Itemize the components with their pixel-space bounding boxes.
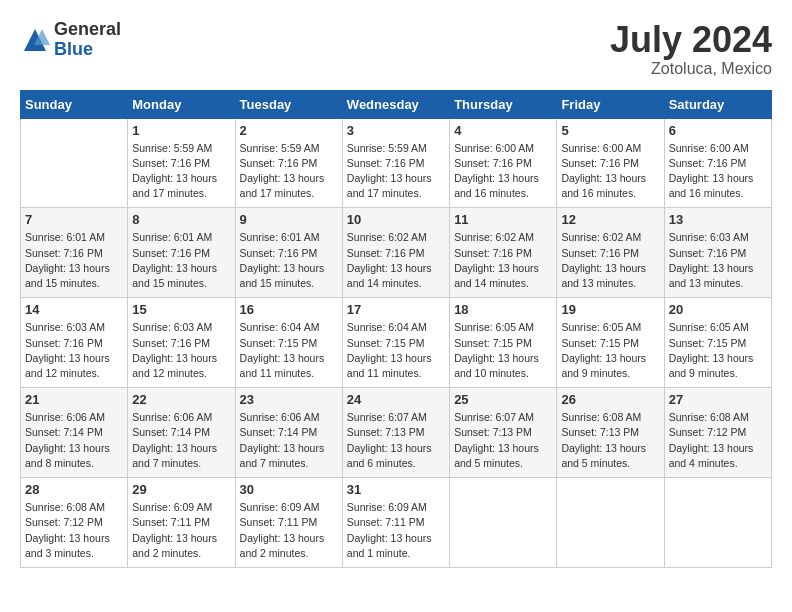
calendar-cell: 5Sunrise: 6:00 AMSunset: 7:16 PMDaylight… (557, 118, 664, 208)
day-number: 13 (669, 212, 767, 227)
calendar-cell: 9Sunrise: 6:01 AMSunset: 7:16 PMDaylight… (235, 208, 342, 298)
day-info: Sunrise: 5:59 AMSunset: 7:16 PMDaylight:… (132, 141, 230, 202)
day-number: 11 (454, 212, 552, 227)
calendar-header: SundayMondayTuesdayWednesdayThursdayFrid… (21, 90, 772, 118)
day-info: Sunrise: 6:05 AMSunset: 7:15 PMDaylight:… (454, 320, 552, 381)
calendar-cell: 20Sunrise: 6:05 AMSunset: 7:15 PMDayligh… (664, 298, 771, 388)
day-info: Sunrise: 6:06 AMSunset: 7:14 PMDaylight:… (240, 410, 338, 471)
day-info: Sunrise: 6:05 AMSunset: 7:15 PMDaylight:… (669, 320, 767, 381)
calendar-cell: 8Sunrise: 6:01 AMSunset: 7:16 PMDaylight… (128, 208, 235, 298)
day-info: Sunrise: 6:01 AMSunset: 7:16 PMDaylight:… (25, 230, 123, 291)
day-info: Sunrise: 6:00 AMSunset: 7:16 PMDaylight:… (454, 141, 552, 202)
day-info: Sunrise: 6:06 AMSunset: 7:14 PMDaylight:… (25, 410, 123, 471)
day-number: 3 (347, 123, 445, 138)
day-number: 31 (347, 482, 445, 497)
calendar-cell: 11Sunrise: 6:02 AMSunset: 7:16 PMDayligh… (450, 208, 557, 298)
calendar-cell (21, 118, 128, 208)
day-info: Sunrise: 6:04 AMSunset: 7:15 PMDaylight:… (240, 320, 338, 381)
day-info: Sunrise: 6:07 AMSunset: 7:13 PMDaylight:… (347, 410, 445, 471)
day-number: 24 (347, 392, 445, 407)
day-number: 10 (347, 212, 445, 227)
day-info: Sunrise: 6:02 AMSunset: 7:16 PMDaylight:… (347, 230, 445, 291)
location: Zotoluca, Mexico (610, 60, 772, 78)
day-number: 15 (132, 302, 230, 317)
calendar-cell: 24Sunrise: 6:07 AMSunset: 7:13 PMDayligh… (342, 388, 449, 478)
day-info: Sunrise: 6:03 AMSunset: 7:16 PMDaylight:… (669, 230, 767, 291)
day-number: 12 (561, 212, 659, 227)
calendar-body: 1Sunrise: 5:59 AMSunset: 7:16 PMDaylight… (21, 118, 772, 567)
day-info: Sunrise: 5:59 AMSunset: 7:16 PMDaylight:… (240, 141, 338, 202)
day-info: Sunrise: 6:02 AMSunset: 7:16 PMDaylight:… (454, 230, 552, 291)
weekday-header-row: SundayMondayTuesdayWednesdayThursdayFrid… (21, 90, 772, 118)
day-number: 1 (132, 123, 230, 138)
logo-icon (20, 25, 50, 55)
calendar-cell (557, 478, 664, 568)
calendar-cell: 28Sunrise: 6:08 AMSunset: 7:12 PMDayligh… (21, 478, 128, 568)
calendar-cell: 10Sunrise: 6:02 AMSunset: 7:16 PMDayligh… (342, 208, 449, 298)
day-number: 22 (132, 392, 230, 407)
calendar-cell: 17Sunrise: 6:04 AMSunset: 7:15 PMDayligh… (342, 298, 449, 388)
day-number: 7 (25, 212, 123, 227)
calendar-cell: 18Sunrise: 6:05 AMSunset: 7:15 PMDayligh… (450, 298, 557, 388)
weekday-header-saturday: Saturday (664, 90, 771, 118)
day-info: Sunrise: 6:08 AMSunset: 7:12 PMDaylight:… (669, 410, 767, 471)
day-number: 8 (132, 212, 230, 227)
calendar-week-5: 28Sunrise: 6:08 AMSunset: 7:12 PMDayligh… (21, 478, 772, 568)
calendar-cell: 3Sunrise: 5:59 AMSunset: 7:16 PMDaylight… (342, 118, 449, 208)
day-number: 27 (669, 392, 767, 407)
weekday-header-sunday: Sunday (21, 90, 128, 118)
calendar-cell: 25Sunrise: 6:07 AMSunset: 7:13 PMDayligh… (450, 388, 557, 478)
calendar-cell: 14Sunrise: 6:03 AMSunset: 7:16 PMDayligh… (21, 298, 128, 388)
page-header: General Blue July 2024 Zotoluca, Mexico (20, 20, 772, 78)
day-number: 4 (454, 123, 552, 138)
calendar-cell: 2Sunrise: 5:59 AMSunset: 7:16 PMDaylight… (235, 118, 342, 208)
day-number: 26 (561, 392, 659, 407)
day-info: Sunrise: 6:09 AMSunset: 7:11 PMDaylight:… (132, 500, 230, 561)
day-info: Sunrise: 6:02 AMSunset: 7:16 PMDaylight:… (561, 230, 659, 291)
weekday-header-tuesday: Tuesday (235, 90, 342, 118)
calendar-cell: 12Sunrise: 6:02 AMSunset: 7:16 PMDayligh… (557, 208, 664, 298)
calendar-cell: 30Sunrise: 6:09 AMSunset: 7:11 PMDayligh… (235, 478, 342, 568)
day-number: 14 (25, 302, 123, 317)
calendar-cell: 29Sunrise: 6:09 AMSunset: 7:11 PMDayligh… (128, 478, 235, 568)
day-info: Sunrise: 6:07 AMSunset: 7:13 PMDaylight:… (454, 410, 552, 471)
calendar-cell: 31Sunrise: 6:09 AMSunset: 7:11 PMDayligh… (342, 478, 449, 568)
calendar-cell: 6Sunrise: 6:00 AMSunset: 7:16 PMDaylight… (664, 118, 771, 208)
day-number: 9 (240, 212, 338, 227)
day-info: Sunrise: 6:03 AMSunset: 7:16 PMDaylight:… (25, 320, 123, 381)
day-number: 23 (240, 392, 338, 407)
logo: General Blue (20, 20, 121, 60)
logo-text: General Blue (54, 20, 121, 60)
weekday-header-wednesday: Wednesday (342, 90, 449, 118)
weekday-header-friday: Friday (557, 90, 664, 118)
calendar-week-4: 21Sunrise: 6:06 AMSunset: 7:14 PMDayligh… (21, 388, 772, 478)
day-info: Sunrise: 6:00 AMSunset: 7:16 PMDaylight:… (561, 141, 659, 202)
day-number: 5 (561, 123, 659, 138)
day-number: 20 (669, 302, 767, 317)
calendar-cell: 1Sunrise: 5:59 AMSunset: 7:16 PMDaylight… (128, 118, 235, 208)
day-number: 21 (25, 392, 123, 407)
day-number: 29 (132, 482, 230, 497)
day-number: 30 (240, 482, 338, 497)
day-number: 6 (669, 123, 767, 138)
day-number: 17 (347, 302, 445, 317)
day-number: 25 (454, 392, 552, 407)
day-info: Sunrise: 6:09 AMSunset: 7:11 PMDaylight:… (240, 500, 338, 561)
calendar-cell: 16Sunrise: 6:04 AMSunset: 7:15 PMDayligh… (235, 298, 342, 388)
day-info: Sunrise: 6:03 AMSunset: 7:16 PMDaylight:… (132, 320, 230, 381)
day-info: Sunrise: 6:00 AMSunset: 7:16 PMDaylight:… (669, 141, 767, 202)
day-number: 28 (25, 482, 123, 497)
calendar-cell: 21Sunrise: 6:06 AMSunset: 7:14 PMDayligh… (21, 388, 128, 478)
weekday-header-monday: Monday (128, 90, 235, 118)
title-block: July 2024 Zotoluca, Mexico (610, 20, 772, 78)
calendar-table: SundayMondayTuesdayWednesdayThursdayFrid… (20, 90, 772, 568)
calendar-cell: 19Sunrise: 6:05 AMSunset: 7:15 PMDayligh… (557, 298, 664, 388)
calendar-week-1: 1Sunrise: 5:59 AMSunset: 7:16 PMDaylight… (21, 118, 772, 208)
calendar-cell (664, 478, 771, 568)
day-info: Sunrise: 6:04 AMSunset: 7:15 PMDaylight:… (347, 320, 445, 381)
calendar-cell: 22Sunrise: 6:06 AMSunset: 7:14 PMDayligh… (128, 388, 235, 478)
logo-blue: Blue (54, 40, 121, 60)
day-number: 19 (561, 302, 659, 317)
month-year: July 2024 (610, 20, 772, 60)
calendar-cell: 7Sunrise: 6:01 AMSunset: 7:16 PMDaylight… (21, 208, 128, 298)
